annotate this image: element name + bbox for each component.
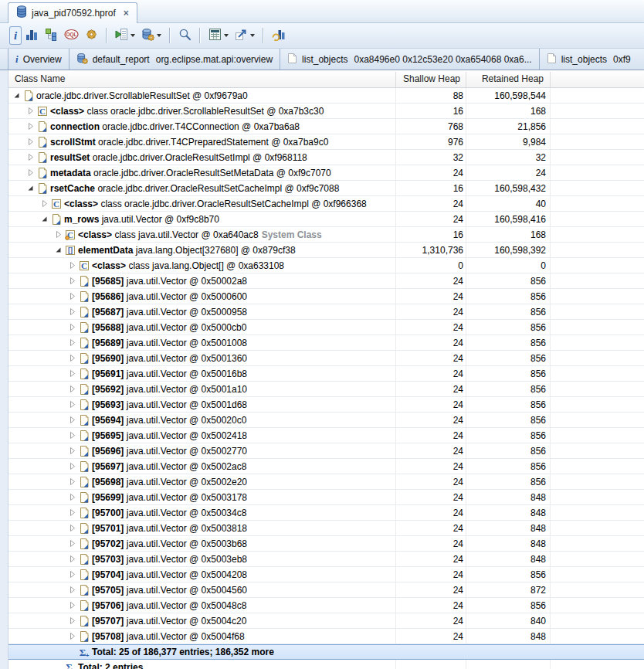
expander-icon[interactable] xyxy=(67,416,76,424)
dominator-tree-button[interactable] xyxy=(42,26,60,45)
expander-icon[interactable] xyxy=(67,586,76,594)
table-row[interactable]: [95702] java.util.Vector @ 0x5003b682484… xyxy=(8,536,644,552)
table-row[interactable]: [95697] java.util.Vector @ 0x5002ac82485… xyxy=(8,459,644,474)
column-header-shallow-heap[interactable]: Shallow Heap xyxy=(395,73,460,84)
calculate-retained-size-button[interactable] xyxy=(206,26,231,45)
table-row[interactable]: C<class> class oracle.jdbc.driver.Oracle… xyxy=(8,196,644,212)
shallow-heap-value: 24 xyxy=(395,320,465,334)
expander-icon[interactable] xyxy=(67,400,76,409)
expander-icon[interactable] xyxy=(67,555,76,563)
expander-icon[interactable] xyxy=(67,277,76,285)
open-query-browser-button[interactable] xyxy=(139,26,164,45)
table-row[interactable]: [95705] java.util.Vector @ 0x50045602487… xyxy=(8,582,644,598)
table-row[interactable]: [95687] java.util.Vector @ 0x50009582485… xyxy=(8,304,644,320)
expander-icon[interactable] xyxy=(25,122,35,131)
expander-icon[interactable] xyxy=(25,138,35,146)
table-row[interactable]: [95708] java.util.Vector @ 0x5004f682484… xyxy=(8,629,644,644)
expander-icon[interactable] xyxy=(53,230,63,239)
result-tab-overview[interactable]: iOverview xyxy=(8,49,69,70)
expander-icon[interactable] xyxy=(67,323,76,331)
search-button[interactable] xyxy=(176,26,194,45)
result-tab-default-report[interactable]: default_reportorg.eclipse.mat.api:overvi… xyxy=(69,49,280,70)
editor-tab-heap-dump[interactable]: java_pid70592.hprof × xyxy=(8,2,137,23)
expander-icon[interactable] xyxy=(67,307,76,316)
expander-icon[interactable] xyxy=(67,385,76,393)
table-row[interactable]: []elementData java.lang.Object[327680] @… xyxy=(8,243,644,258)
table-row[interactable]: [95689] java.util.Vector @ 0x50010082485… xyxy=(8,335,644,351)
result-tab-list-objects[interactable]: list_objects0xa8496e0 0x12c53e20 0xa6540… xyxy=(280,49,540,70)
customize-report-button[interactable] xyxy=(83,26,100,45)
table-row[interactable]: [95690] java.util.Vector @ 0x50013602485… xyxy=(8,351,644,366)
table-row[interactable]: oracle.jdbc.driver.ScrollableResultSet @… xyxy=(8,88,644,104)
table-row[interactable]: [95692] java.util.Vector @ 0x5001a102485… xyxy=(8,382,644,397)
expander-icon[interactable] xyxy=(53,246,63,254)
table-row[interactable]: [95707] java.util.Vector @ 0x5004c202484… xyxy=(8,613,644,629)
expander-icon[interactable] xyxy=(67,477,76,486)
table-row[interactable]: m_rows java.util.Vector @ 0xf9c8b7024160… xyxy=(8,212,644,227)
table-row[interactable]: [95688] java.util.Vector @ 0x5000cb02485… xyxy=(8,320,644,335)
table-row[interactable]: [95704] java.util.Vector @ 0x50042082485… xyxy=(8,567,644,582)
table-row[interactable]: [95698] java.util.Vector @ 0x5002e202485… xyxy=(8,474,644,490)
table-row[interactable]: scrollStmt oracle.jdbc.driver.T4CPrepare… xyxy=(8,134,644,150)
table-row[interactable]: C<class> class java.lang.Object[] @ 0xa6… xyxy=(8,258,644,273)
dropdown-arrow-icon[interactable] xyxy=(250,34,255,37)
table-row[interactable]: rsetCache oracle.jdbc.driver.OracleResul… xyxy=(8,181,644,196)
table-row[interactable]: C<class> class java.util.Vector @ 0xa640… xyxy=(8,227,644,243)
expander-icon[interactable] xyxy=(25,184,35,192)
table-row[interactable]: [95706] java.util.Vector @ 0x50048c82485… xyxy=(8,598,644,613)
table-row[interactable]: [95693] java.util.Vector @ 0x5001d682485… xyxy=(8,397,644,413)
expander-icon[interactable] xyxy=(67,632,76,640)
expander-icon[interactable] xyxy=(12,91,21,100)
close-icon[interactable]: × xyxy=(124,8,129,19)
expander-icon[interactable] xyxy=(67,447,76,455)
table-row[interactable]: [95699] java.util.Vector @ 0x50031782484… xyxy=(8,490,644,505)
expander-icon[interactable] xyxy=(67,261,76,270)
table-row[interactable]: [95694] java.util.Vector @ 0x50020c02485… xyxy=(8,413,644,428)
expander-icon[interactable] xyxy=(67,524,76,532)
result-tab-list-objects[interactable]: list_objects0xf9 xyxy=(540,49,644,70)
table-row[interactable]: [95700] java.util.Vector @ 0x50034c82484… xyxy=(8,505,644,521)
histogram-button[interactable] xyxy=(23,26,41,45)
compare-to-another-heap-dump-button[interactable] xyxy=(269,26,288,45)
result-tab-args: 0xf9 xyxy=(613,54,631,65)
expander-icon[interactable] xyxy=(67,338,76,347)
table-row[interactable]: [95701] java.util.Vector @ 0x50038182484… xyxy=(8,521,644,536)
table-row[interactable]: [95695] java.util.Vector @ 0x50024182485… xyxy=(8,428,644,443)
expander-icon[interactable] xyxy=(25,168,35,177)
total-row[interactable]: Σ+Total: 25 of 186,377 entries; 186,352 … xyxy=(8,644,644,660)
dropdown-arrow-icon[interactable] xyxy=(224,34,229,37)
column-header-class-name[interactable]: Class Name xyxy=(15,73,65,84)
info-button[interactable]: i xyxy=(9,26,22,45)
expander-icon[interactable] xyxy=(67,292,76,301)
expander-icon[interactable] xyxy=(67,354,76,362)
expander-icon[interactable] xyxy=(25,153,35,161)
table-row[interactable]: connection oracle.jdbc.driver.T4CConnect… xyxy=(8,119,644,134)
table-row[interactable]: [95686] java.util.Vector @ 0x50006002485… xyxy=(8,289,644,304)
expander-icon[interactable] xyxy=(67,431,76,440)
table-row[interactable]: [95696] java.util.Vector @ 0x50027702485… xyxy=(8,443,644,459)
expander-icon[interactable] xyxy=(67,369,76,378)
table-row[interactable]: [95685] java.util.Vector @ 0x50002a82485… xyxy=(8,273,644,289)
table-row[interactable]: C<class> class oracle.jdbc.driver.Scroll… xyxy=(8,104,644,119)
expander-icon[interactable] xyxy=(67,493,76,501)
table-row[interactable]: resultSet oracle.jdbc.driver.OracleResul… xyxy=(8,150,644,165)
expander-icon[interactable] xyxy=(67,601,76,610)
table-row[interactable]: [95703] java.util.Vector @ 0x5003eb82484… xyxy=(8,552,644,567)
expander-icon[interactable] xyxy=(67,539,76,548)
run-expert-report-button[interactable] xyxy=(113,26,137,45)
expander-icon[interactable] xyxy=(67,570,76,579)
total-row[interactable]: ΣTotal: 2 entries xyxy=(8,660,644,669)
expander-icon[interactable] xyxy=(67,462,76,470)
dropdown-arrow-icon[interactable] xyxy=(130,34,135,37)
table-row[interactable]: [95691] java.util.Vector @ 0x50016b82485… xyxy=(8,366,644,382)
expander-icon[interactable] xyxy=(39,199,49,208)
expander-icon[interactable] xyxy=(39,215,49,223)
export-button[interactable] xyxy=(232,26,257,45)
expander-icon[interactable] xyxy=(67,508,76,517)
table-row[interactable]: metadata oracle.jdbc.driver.OracleResult… xyxy=(8,165,644,181)
column-header-retained-heap[interactable]: Retained Heap xyxy=(466,73,544,84)
dropdown-arrow-icon[interactable] xyxy=(157,34,161,37)
expander-icon[interactable] xyxy=(25,107,35,115)
expander-icon[interactable] xyxy=(67,616,76,625)
oql-button[interactable]: OQL xyxy=(62,26,81,45)
